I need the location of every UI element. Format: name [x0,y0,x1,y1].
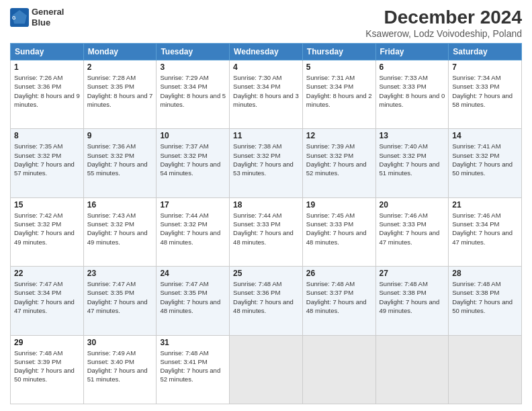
day-number: 26 [306,269,372,278]
cell-text: Sunrise: 7:47 AMSunset: 3:34 PMDaylight:… [14,280,75,314]
cell-text: Sunrise: 7:41 AMSunset: 3:32 PMDaylight:… [452,142,513,177]
cell-text: Sunrise: 7:48 AMSunset: 3:38 PMDaylight:… [452,280,513,314]
week-row-3: 15Sunrise: 7:42 AMSunset: 3:32 PMDayligh… [11,197,522,266]
generalblue-logo-icon: G [10,8,29,27]
week-row-4: 22Sunrise: 7:47 AMSunset: 3:34 PMDayligh… [11,267,522,335]
cell-text: Sunrise: 7:33 AMSunset: 3:33 PMDaylight:… [380,74,445,108]
table-cell: 11Sunrise: 7:38 AMSunset: 3:32 PMDayligh… [230,129,303,197]
cell-text: Sunrise: 7:36 AMSunset: 3:32 PMDaylight:… [87,142,148,177]
table-cell [449,335,522,404]
table-cell: 29Sunrise: 7:48 AMSunset: 3:39 PMDayligh… [11,335,84,404]
table-cell: 1Sunrise: 7:26 AMSunset: 3:36 PMDaylight… [11,60,84,129]
cell-text: Sunrise: 7:37 AMSunset: 3:32 PMDaylight:… [160,142,220,177]
page: G General Blue December 2024 Ksawerow, L… [0,0,532,411]
col-monday: Monday [83,44,157,60]
cell-text: Sunrise: 7:48 AMSunset: 3:41 PMDaylight:… [160,349,220,383]
table-cell: 31Sunrise: 7:48 AMSunset: 3:41 PMDayligh… [157,335,230,404]
day-number: 5 [306,62,372,72]
day-number: 10 [160,131,226,140]
table-cell: 12Sunrise: 7:39 AMSunset: 3:32 PMDayligh… [302,129,375,197]
table-cell: 17Sunrise: 7:44 AMSunset: 3:32 PMDayligh… [157,197,230,266]
day-number: 13 [380,131,445,140]
table-cell: 2Sunrise: 7:28 AMSunset: 3:35 PMDaylight… [83,60,157,129]
day-number: 30 [87,338,153,347]
table-cell [375,335,449,404]
table-cell: 30Sunrise: 7:49 AMSunset: 3:40 PMDayligh… [83,335,157,404]
table-cell [230,335,303,404]
table-cell: 26Sunrise: 7:48 AMSunset: 3:37 PMDayligh… [302,267,375,335]
cell-text: Sunrise: 7:40 AMSunset: 3:32 PMDaylight:… [380,142,440,177]
cell-text: Sunrise: 7:46 AMSunset: 3:34 PMDaylight:… [452,212,513,246]
logo: G General Blue [10,7,64,28]
calendar-table: Sunday Monday Tuesday Wednesday Thursday… [10,43,522,404]
day-number: 4 [233,62,299,72]
cell-text: Sunrise: 7:43 AMSunset: 3:32 PMDaylight:… [87,212,148,246]
col-tuesday: Tuesday [157,44,230,60]
cell-text: Sunrise: 7:49 AMSunset: 3:40 PMDaylight:… [87,349,148,383]
table-cell: 3Sunrise: 7:29 AMSunset: 3:34 PMDaylight… [157,60,230,129]
table-cell: 22Sunrise: 7:47 AMSunset: 3:34 PMDayligh… [11,267,84,335]
table-cell: 21Sunrise: 7:46 AMSunset: 3:34 PMDayligh… [449,197,522,266]
day-number: 9 [87,131,153,140]
cell-text: Sunrise: 7:48 AMSunset: 3:37 PMDaylight:… [306,280,367,314]
week-row-1: 1Sunrise: 7:26 AMSunset: 3:36 PMDaylight… [11,60,522,129]
col-sunday: Sunday [11,44,84,60]
day-number: 22 [14,269,80,278]
day-number: 16 [87,200,153,210]
day-number: 2 [87,62,153,72]
cell-text: Sunrise: 7:28 AMSunset: 3:35 PMDaylight:… [87,74,153,108]
calendar-header-row: Sunday Monday Tuesday Wednesday Thursday… [11,44,522,60]
day-number: 20 [380,200,445,210]
table-cell: 23Sunrise: 7:47 AMSunset: 3:35 PMDayligh… [83,267,157,335]
week-row-2: 8Sunrise: 7:35 AMSunset: 3:32 PMDaylight… [11,129,522,197]
col-wednesday: Wednesday [230,44,303,60]
day-number: 6 [380,62,445,72]
table-cell: 5Sunrise: 7:31 AMSunset: 3:34 PMDaylight… [302,60,375,129]
table-cell: 25Sunrise: 7:48 AMSunset: 3:36 PMDayligh… [230,267,303,335]
table-cell [302,335,375,404]
title-block: December 2024 Ksawerow, Lodz Voivodeship… [365,7,522,39]
cell-text: Sunrise: 7:48 AMSunset: 3:36 PMDaylight:… [233,280,294,314]
cell-text: Sunrise: 7:42 AMSunset: 3:32 PMDaylight:… [14,212,75,246]
day-number: 7 [452,62,518,72]
cell-text: Sunrise: 7:48 AMSunset: 3:39 PMDaylight:… [14,349,75,383]
cell-text: Sunrise: 7:44 AMSunset: 3:32 PMDaylight:… [160,212,220,246]
table-cell: 6Sunrise: 7:33 AMSunset: 3:33 PMDaylight… [375,60,449,129]
table-cell: 15Sunrise: 7:42 AMSunset: 3:32 PMDayligh… [11,197,84,266]
header: G General Blue December 2024 Ksawerow, L… [10,7,522,39]
cell-text: Sunrise: 7:30 AMSunset: 3:34 PMDaylight:… [233,74,299,108]
table-cell: 28Sunrise: 7:48 AMSunset: 3:38 PMDayligh… [449,267,522,335]
day-number: 25 [233,269,299,278]
day-number: 17 [160,200,226,210]
day-number: 23 [87,269,153,278]
col-saturday: Saturday [449,44,522,60]
day-number: 8 [14,131,80,140]
cell-text: Sunrise: 7:46 AMSunset: 3:33 PMDaylight:… [380,212,440,246]
cell-text: Sunrise: 7:26 AMSunset: 3:36 PMDaylight:… [14,74,80,108]
cell-text: Sunrise: 7:39 AMSunset: 3:32 PMDaylight:… [306,142,367,177]
cell-text: Sunrise: 7:44 AMSunset: 3:33 PMDaylight:… [233,212,294,246]
table-cell: 20Sunrise: 7:46 AMSunset: 3:33 PMDayligh… [375,197,449,266]
main-title: December 2024 [365,7,522,28]
table-cell: 8Sunrise: 7:35 AMSunset: 3:32 PMDaylight… [11,129,84,197]
cell-text: Sunrise: 7:45 AMSunset: 3:33 PMDaylight:… [306,212,367,246]
svg-text:G: G [12,15,16,20]
table-cell: 4Sunrise: 7:30 AMSunset: 3:34 PMDaylight… [230,60,303,129]
table-cell: 10Sunrise: 7:37 AMSunset: 3:32 PMDayligh… [157,129,230,197]
logo-line1: General [32,7,64,17]
cell-text: Sunrise: 7:38 AMSunset: 3:32 PMDaylight:… [233,142,294,177]
table-cell: 9Sunrise: 7:36 AMSunset: 3:32 PMDaylight… [83,129,157,197]
cell-text: Sunrise: 7:29 AMSunset: 3:34 PMDaylight:… [160,74,226,108]
day-number: 18 [233,200,299,210]
day-number: 15 [14,200,80,210]
day-number: 27 [380,269,445,278]
day-number: 24 [160,269,226,278]
col-thursday: Thursday [302,44,375,60]
cell-text: Sunrise: 7:47 AMSunset: 3:35 PMDaylight:… [87,280,148,314]
logo-text: General Blue [32,7,64,28]
cell-text: Sunrise: 7:47 AMSunset: 3:35 PMDaylight:… [160,280,220,314]
day-number: 31 [160,338,226,347]
table-cell: 24Sunrise: 7:47 AMSunset: 3:35 PMDayligh… [157,267,230,335]
table-cell: 13Sunrise: 7:40 AMSunset: 3:32 PMDayligh… [375,129,449,197]
cell-text: Sunrise: 7:31 AMSunset: 3:34 PMDaylight:… [306,74,372,108]
